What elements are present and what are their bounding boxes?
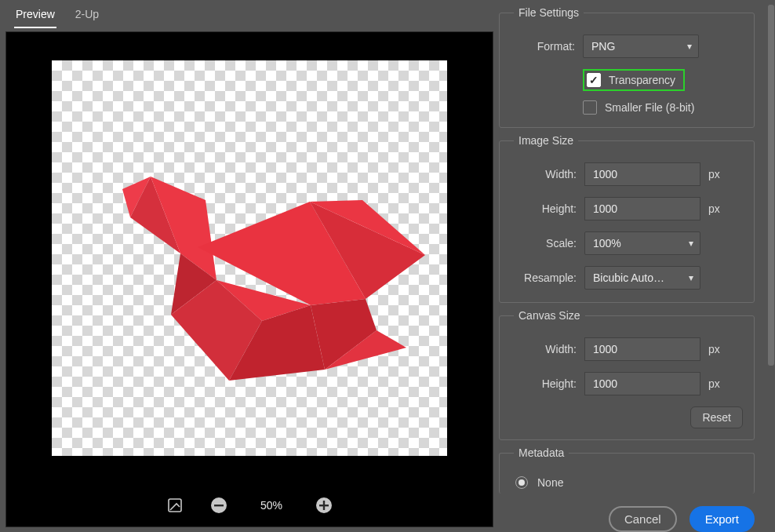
chevron-down-icon: ▾ [689,238,693,249]
metadata-none-radio[interactable] [515,476,528,489]
transparency-highlight: Transparency [583,69,685,91]
width-label: Width: [511,168,577,180]
resample-select[interactable]: Bicubic Auto… ▾ [584,266,700,290]
preview-area: 50% [5,31,493,527]
canvas-height-unit: px [708,377,720,390]
height-unit: px [708,202,720,215]
canvas-width-unit: px [708,343,720,355]
file-settings-legend: File Settings [514,6,584,19]
zoom-out-icon[interactable] [210,497,227,514]
zoom-in-icon[interactable] [315,497,333,514]
image-size-group: Image Size Width: 1000 px Height: 1000 p… [499,134,755,303]
metadata-legend: Metadata [514,446,569,459]
reset-button[interactable]: Reset [690,406,743,428]
smaller-file-label: Smaller File (8-bit) [605,101,694,114]
canvas-size-legend: Canvas Size [514,309,585,322]
metadata-group: Metadata None [499,446,755,494]
canvas-height-input[interactable]: 1000 [584,372,700,395]
canvas-size-group: Canvas Size Width: 1000 px Height: 1000 … [499,309,755,440]
format-value: PNG [591,40,615,53]
scale-select[interactable]: 100% ▾ [584,231,700,255]
height-label: Height: [511,202,577,215]
chevron-down-icon: ▾ [687,41,692,52]
resample-value: Bicubic Auto… [593,271,664,284]
chevron-down-icon: ▾ [689,272,693,283]
tab-2up[interactable]: 2-Up [74,5,100,28]
metadata-none-label: None [537,476,563,489]
format-label: Format: [511,40,575,53]
zoom-level: 50% [254,499,289,512]
scale-label: Scale: [511,237,577,250]
resample-label: Resample: [511,271,577,284]
export-button[interactable]: Export [689,506,755,532]
canvas-height-label: Height: [511,377,577,390]
image-canvas [52,60,447,456]
origami-swan-image [52,60,447,456]
right-scrollbar[interactable] [768,5,774,366]
width-unit: px [708,168,720,180]
scale-value: 100% [593,237,621,250]
smaller-file-checkbox[interactable] [583,100,597,115]
canvas-width-label: Width: [511,343,577,355]
format-select[interactable]: PNG ▾ [583,35,699,58]
cancel-button[interactable]: Cancel [609,506,677,532]
canvas-width-input[interactable]: 1000 [584,337,700,361]
image-width-input[interactable]: 1000 [584,162,700,186]
image-height-input[interactable]: 1000 [584,197,700,220]
transparency-label: Transparency [609,74,675,86]
hand-tool-icon[interactable] [166,497,184,514]
svg-rect-17 [323,501,325,510]
tab-preview[interactable]: Preview [14,5,56,28]
file-settings-group: File Settings Format: PNG ▾ Transparency… [499,6,755,128]
image-size-legend: Image Size [514,134,578,147]
transparency-checkbox[interactable] [587,73,601,87]
svg-rect-14 [214,505,224,506]
